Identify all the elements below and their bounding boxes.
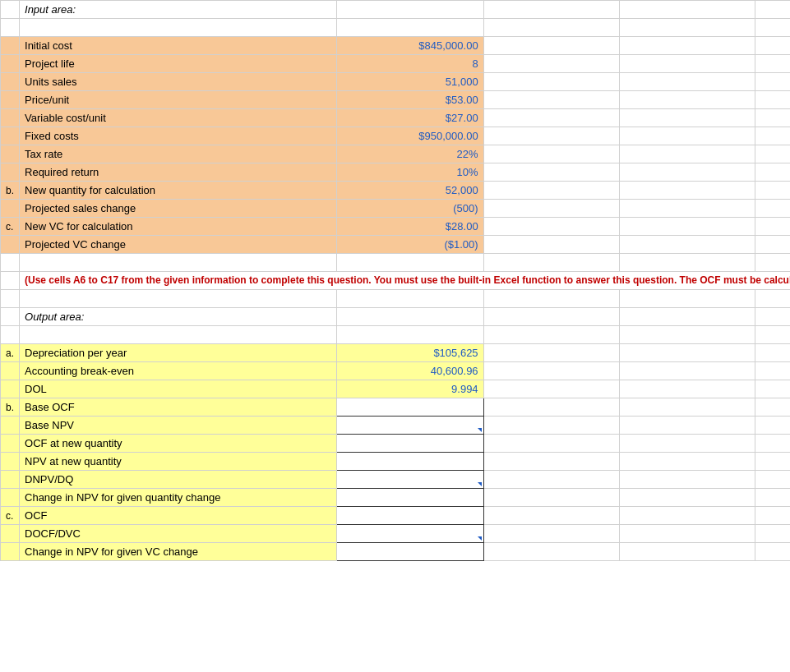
output-row-prefix-1	[1, 362, 20, 380]
input-row-7: Required return10%	[1, 163, 791, 182]
spacer-row-1	[1, 19, 791, 37]
input-area-header-row: Input area:	[1, 1, 791, 19]
input-row-prefix-8: b.	[1, 182, 20, 200]
input-row-label-4: Variable cost/unit	[20, 109, 337, 127]
output-row-10: DOCF/DVC	[1, 525, 791, 543]
note-text: (Use cells A6 to C17 from the given info…	[20, 272, 790, 290]
output-row-value-6[interactable]	[336, 453, 483, 471]
output-row-value-8[interactable]	[336, 489, 483, 507]
output-row-prefix-2	[1, 380, 20, 398]
input-row-value-9[interactable]: (500)	[336, 200, 483, 218]
input-row-value-4[interactable]: $27.00	[336, 109, 483, 127]
input-row-2: Units sales51,000	[1, 73, 791, 91]
input-row-value-10[interactable]: $28.00	[336, 218, 483, 236]
output-row-3: b.Base OCF	[1, 398, 791, 417]
output-row-label-6: NPV at new quantity	[20, 453, 337, 471]
output-row-value-3[interactable]	[336, 398, 483, 417]
input-row-label-3: Price/unit	[20, 91, 337, 109]
output-row-label-11: Change in NPV for given VC change	[20, 543, 337, 561]
output-row-8: Change in NPV for given quantity change	[1, 489, 791, 507]
row-prefix-empty	[1, 1, 20, 19]
output-row-label-2: DOL	[20, 380, 337, 398]
output-row-value-10[interactable]	[336, 525, 483, 543]
blue-arrow-indicator	[478, 428, 482, 432]
input-row-label-10: New VC for calculation	[20, 218, 337, 236]
input-row-value-6[interactable]: 22%	[336, 145, 483, 163]
spacer-row-2	[1, 254, 791, 272]
output-row-value-1[interactable]: 40,600.96	[336, 362, 483, 380]
input-row-label-1: Project life	[20, 55, 337, 73]
input-row-4: Variable cost/unit$27.00	[1, 109, 791, 127]
input-row-label-8: New quantity for calculation	[20, 182, 337, 200]
input-row-value-11[interactable]: ($1.00)	[336, 236, 483, 254]
output-row-value-0[interactable]: $105,625	[336, 344, 483, 362]
input-row-value-0[interactable]: $845,000.00	[336, 37, 483, 55]
input-row-prefix-11	[1, 236, 20, 254]
output-row-6: NPV at new quantity	[1, 453, 791, 471]
input-row-value-8[interactable]: 52,000	[336, 182, 483, 200]
input-row-5: Fixed costs$950,000.00	[1, 127, 791, 145]
output-row-9: c.OCF	[1, 507, 791, 525]
output-row-value-7[interactable]	[336, 471, 483, 489]
output-row-value-2[interactable]: 9.994	[336, 380, 483, 398]
input-row-label-2: Units sales	[20, 73, 337, 91]
output-area-header-row: Output area:	[1, 308, 791, 326]
spacer-row-3	[1, 290, 791, 308]
input-row-prefix-6	[1, 145, 20, 163]
output-row-label-5: OCF at new quantity	[20, 435, 337, 453]
output-row-label-7: DNPV/DQ	[20, 471, 337, 489]
output-row-5: OCF at new quantity	[1, 435, 791, 453]
input-row-6: Tax rate22%	[1, 145, 791, 163]
output-row-prefix-7	[1, 471, 20, 489]
output-row-value-11[interactable]	[336, 543, 483, 561]
output-row-2: DOL9.994	[1, 380, 791, 398]
output-row-7: DNPV/DQ	[1, 471, 791, 489]
output-row-prefix-10	[1, 525, 20, 543]
input-row-label-7: Required return	[20, 163, 337, 182]
input-row-10: c.New VC for calculation$28.00	[1, 218, 791, 236]
output-row-label-1: Accounting break-even	[20, 362, 337, 380]
output-row-prefix-6	[1, 453, 20, 471]
output-row-prefix-9: c.	[1, 507, 20, 525]
output-area-label: Output area:	[20, 308, 337, 326]
output-row-value-5[interactable]	[336, 435, 483, 453]
input-row-prefix-2	[1, 73, 20, 91]
output-row-11: Change in NPV for given VC change	[1, 543, 791, 561]
output-row-label-10: DOCF/DVC	[20, 525, 337, 543]
input-row-8: b.New quantity for calculation52,000	[1, 182, 791, 200]
input-row-prefix-7	[1, 163, 20, 182]
input-row-11: Projected VC change($1.00)	[1, 236, 791, 254]
output-row-value-4[interactable]	[336, 417, 483, 435]
output-row-label-8: Change in NPV for given quantity change	[20, 489, 337, 507]
output-row-prefix-8	[1, 489, 20, 507]
output-row-4: Base NPV	[1, 417, 791, 435]
output-row-prefix-5	[1, 435, 20, 453]
input-row-label-5: Fixed costs	[20, 127, 337, 145]
output-row-prefix-0: a.	[1, 344, 20, 362]
input-row-9: Projected sales change(500)	[1, 200, 791, 218]
input-row-0: Initial cost$845,000.00	[1, 37, 791, 55]
input-row-label-11: Projected VC change	[20, 236, 337, 254]
input-row-1: Project life8	[1, 55, 791, 73]
blue-arrow-indicator	[478, 536, 482, 541]
input-row-value-7[interactable]: 10%	[336, 163, 483, 182]
output-row-label-0: Depreciation per year	[20, 344, 337, 362]
input-row-prefix-9	[1, 200, 20, 218]
output-row-label-4: Base NPV	[20, 417, 337, 435]
blue-arrow-indicator	[478, 482, 482, 486]
input-row-value-5[interactable]: $950,000.00	[336, 127, 483, 145]
input-row-value-2[interactable]: 51,000	[336, 73, 483, 91]
input-row-label-9: Projected sales change	[20, 200, 337, 218]
output-row-label-3: Base OCF	[20, 398, 337, 417]
input-row-prefix-4	[1, 109, 20, 127]
input-row-3: Price/unit$53.00	[1, 91, 791, 109]
input-row-value-1[interactable]: 8	[336, 55, 483, 73]
output-row-prefix-4	[1, 417, 20, 435]
output-row-value-9[interactable]	[336, 507, 483, 525]
spacer-row-4	[1, 326, 791, 344]
output-row-0: a.Depreciation per year$105,625	[1, 344, 791, 362]
output-row-prefix-3: b.	[1, 398, 20, 417]
input-row-value-3[interactable]: $53.00	[336, 91, 483, 109]
input-area-label: Input area:	[20, 1, 337, 19]
input-row-prefix-3	[1, 91, 20, 109]
